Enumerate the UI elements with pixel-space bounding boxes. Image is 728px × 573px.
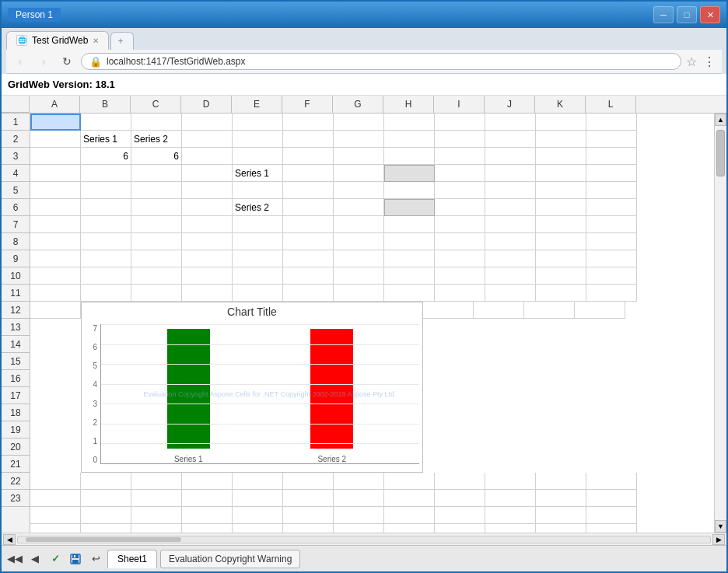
- cell-G5[interactable]: [334, 182, 384, 199]
- prev-page-button[interactable]: ◀: [26, 550, 44, 568]
- cell-C6[interactable]: [131, 199, 182, 216]
- cell-D6[interactable]: [182, 199, 233, 216]
- row-header-15[interactable]: 15: [2, 353, 30, 370]
- row-header-6[interactable]: 6: [2, 199, 30, 216]
- cell-A12[interactable]: [30, 302, 81, 319]
- cell-F4[interactable]: [283, 165, 334, 182]
- cell-D2[interactable]: [182, 131, 233, 148]
- tab-close-button[interactable]: ✕: [93, 37, 99, 45]
- cell-F6[interactable]: [283, 199, 334, 216]
- row-header-13[interactable]: 13: [2, 319, 30, 336]
- cell-I1[interactable]: [435, 114, 485, 131]
- cell-K3[interactable]: [536, 148, 586, 165]
- cell-K6[interactable]: [536, 199, 586, 216]
- cell-J3[interactable]: [485, 148, 536, 165]
- cell-H1[interactable]: [384, 114, 435, 131]
- cell-A14[interactable]: [30, 490, 81, 507]
- cell-A1[interactable]: [30, 114, 81, 131]
- col-header-J[interactable]: J: [485, 96, 535, 113]
- cell-L5[interactable]: [586, 182, 637, 199]
- col-header-A[interactable]: A: [30, 96, 80, 113]
- cell-H4[interactable]: [384, 165, 435, 182]
- cell-A22[interactable]: [30, 507, 81, 524]
- cell-A3[interactable]: [30, 148, 81, 165]
- sheet1-tab[interactable]: Sheet1: [107, 550, 157, 568]
- cell-A10[interactable]: [30, 267, 81, 285]
- cell-A4[interactable]: [30, 165, 81, 182]
- cell-F2[interactable]: [283, 131, 334, 148]
- cell-L6[interactable]: [586, 199, 637, 216]
- undo-button[interactable]: ↩: [87, 550, 104, 568]
- new-tab-button[interactable]: +: [110, 32, 134, 50]
- cell-I3[interactable]: [435, 148, 485, 165]
- cell-K4[interactable]: [536, 165, 586, 182]
- cell-E5[interactable]: [233, 182, 283, 199]
- forward-button[interactable]: ›: [34, 53, 53, 70]
- cell-A2[interactable]: [30, 131, 81, 148]
- cell-H6[interactable]: [384, 199, 435, 216]
- cell-D1[interactable]: [182, 114, 233, 131]
- cell-A9[interactable]: [30, 250, 81, 267]
- row-header-14[interactable]: 14: [2, 336, 30, 353]
- cell-G4[interactable]: [334, 165, 384, 182]
- row-header-3[interactable]: 3: [2, 148, 30, 165]
- browser-tab[interactable]: 🌐 Test GridWeb ✕: [6, 31, 109, 50]
- confirm-button[interactable]: ✓: [47, 550, 64, 568]
- first-page-button[interactable]: ◀◀: [6, 550, 23, 568]
- cell-A6[interactable]: [30, 199, 81, 216]
- row-header-21[interactable]: 21: [2, 456, 30, 473]
- cell-I12[interactable]: [423, 302, 474, 319]
- cell-K1[interactable]: [536, 114, 586, 131]
- cell-A7[interactable]: [30, 216, 81, 233]
- cell-E6[interactable]: Series 2: [233, 199, 283, 216]
- cell-B2[interactable]: Series 1: [81, 131, 131, 148]
- cell-B4[interactable]: [81, 165, 131, 182]
- cell-C5[interactable]: [131, 182, 182, 199]
- h-scroll-thumb[interactable]: [26, 537, 181, 542]
- cell-H5[interactable]: [384, 182, 435, 199]
- cell-H3[interactable]: [384, 148, 435, 165]
- bookmark-button[interactable]: ☆: [686, 54, 697, 69]
- row-header-20[interactable]: 20: [2, 438, 30, 456]
- cell-A8[interactable]: [30, 233, 81, 250]
- row-header-5[interactable]: 5: [2, 182, 30, 199]
- cell-C4[interactable]: [131, 165, 182, 182]
- scroll-down-button[interactable]: ▼: [715, 520, 726, 533]
- row-header-10[interactable]: 10: [2, 267, 30, 285]
- scroll-left-button[interactable]: ◀: [3, 534, 16, 545]
- col-header-G[interactable]: G: [333, 96, 383, 113]
- row-header-18[interactable]: 18: [2, 404, 30, 421]
- cell-L3[interactable]: [586, 148, 637, 165]
- cell-B1[interactable]: [81, 114, 131, 131]
- cell-G3[interactable]: [334, 148, 384, 165]
- row-header-1[interactable]: 1: [2, 114, 30, 131]
- scroll-right-button[interactable]: ▶: [712, 534, 725, 545]
- warning-tab[interactable]: Evaluation Copyright Warning: [160, 550, 300, 568]
- cell-L12[interactable]: [575, 302, 625, 319]
- col-header-D[interactable]: D: [181, 96, 232, 113]
- cell-D3[interactable]: [182, 148, 233, 165]
- cell-B6[interactable]: [81, 199, 131, 216]
- cell-J6[interactable]: [485, 199, 536, 216]
- close-button[interactable]: ✕: [700, 6, 720, 23]
- col-header-C[interactable]: C: [131, 96, 181, 113]
- cell-F1[interactable]: [283, 114, 334, 131]
- row-header-2[interactable]: 2: [2, 131, 30, 148]
- cell-J4[interactable]: [485, 165, 536, 182]
- col-header-B[interactable]: B: [80, 96, 131, 113]
- cell-E3[interactable]: [233, 148, 283, 165]
- save-button[interactable]: [67, 550, 84, 568]
- cell-K12[interactable]: [524, 302, 575, 319]
- cell-D5[interactable]: [182, 182, 233, 199]
- row-header-22[interactable]: 22: [2, 473, 30, 490]
- row-header-11[interactable]: 11: [2, 285, 30, 302]
- back-button[interactable]: ‹: [11, 53, 30, 70]
- refresh-button[interactable]: ↻: [58, 53, 76, 70]
- cell-B5[interactable]: [81, 182, 131, 199]
- cell-I6[interactable]: [435, 199, 485, 216]
- cell-F5[interactable]: [283, 182, 334, 199]
- cell-H2[interactable]: [384, 131, 435, 148]
- col-header-H[interactable]: H: [383, 96, 434, 113]
- scroll-up-button[interactable]: ▲: [715, 114, 726, 126]
- cell-G2[interactable]: [334, 131, 384, 148]
